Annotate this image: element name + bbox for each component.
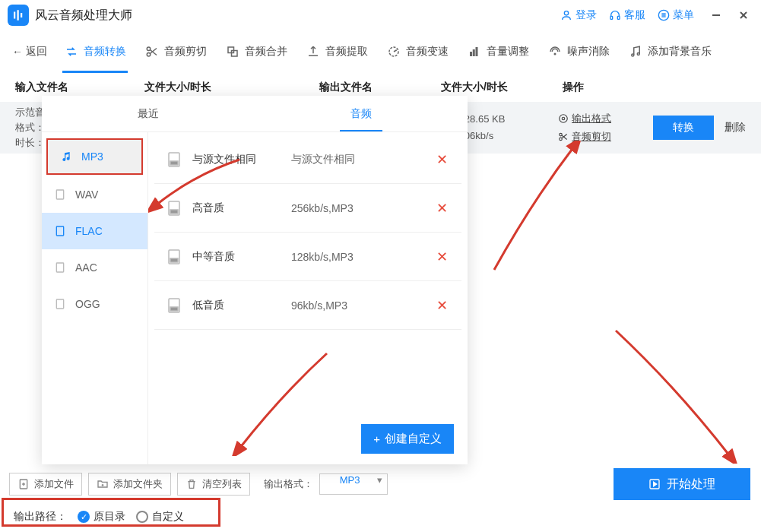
svg-rect-1 bbox=[17, 10, 19, 21]
svg-rect-32 bbox=[56, 190, 63, 199]
tab-volume-adjust[interactable]: 音量调整 bbox=[458, 38, 538, 65]
delete-link[interactable]: 删除 bbox=[725, 121, 746, 135]
col-actions: 操作 bbox=[563, 81, 639, 94]
svg-point-29 bbox=[560, 138, 563, 141]
radio-checked-icon bbox=[78, 511, 90, 523]
clear-list-button[interactable]: 清空列表 bbox=[177, 473, 250, 496]
remove-icon[interactable]: ✕ bbox=[432, 151, 452, 168]
user-icon bbox=[560, 9, 572, 21]
dropdown-tab-recent[interactable]: 最近 bbox=[42, 96, 255, 131]
remove-icon[interactable]: ✕ bbox=[432, 249, 452, 265]
tab-add-bgm[interactable]: 添加背景音乐 bbox=[619, 38, 721, 65]
svg-point-27 bbox=[562, 117, 565, 120]
trash-icon bbox=[185, 478, 198, 490]
tab-audio-extract[interactable]: 音频提取 bbox=[296, 38, 377, 65]
tab-audio-merge[interactable]: 音频合并 bbox=[216, 38, 296, 65]
remove-icon[interactable]: ✕ bbox=[432, 297, 452, 314]
sidebar-item-wav[interactable]: WAV bbox=[42, 176, 147, 213]
music-icon bbox=[628, 44, 643, 59]
app-title: 风云音频处理大师 bbox=[35, 8, 556, 24]
svg-rect-41 bbox=[170, 258, 178, 262]
tab-audio-speed[interactable]: 音频变速 bbox=[377, 38, 458, 65]
svg-rect-35 bbox=[56, 299, 63, 309]
tab-audio-convert[interactable]: 音频转换 bbox=[55, 38, 135, 65]
quality-item-low[interactable]: 低音质 96kb/s,MP3 ✕ bbox=[154, 281, 461, 330]
svg-rect-20 bbox=[471, 52, 472, 55]
radio-original-dir[interactable]: 原目录 bbox=[78, 510, 125, 524]
svg-rect-37 bbox=[170, 161, 178, 165]
annotation-arrow bbox=[608, 327, 737, 464]
quality-item-medium[interactable]: 中等音质 128kb/s,MP3 ✕ bbox=[154, 233, 461, 281]
support-link[interactable]: 客服 bbox=[604, 5, 650, 25]
output-format-link[interactable]: 输出格式 bbox=[558, 112, 653, 125]
svg-rect-33 bbox=[56, 226, 63, 236]
convert-icon bbox=[64, 44, 79, 59]
svg-point-25 bbox=[637, 52, 639, 55]
quality-item-same[interactable]: 与源文件相同 与源文件相同 ✕ bbox=[154, 135, 461, 184]
tab-audio-trim[interactable]: 音频剪切 bbox=[135, 38, 216, 65]
col-output-filename: 输出文件名 bbox=[319, 81, 441, 94]
convert-button[interactable]: 转换 bbox=[653, 116, 714, 140]
back-button[interactable]: ← 返回 bbox=[5, 40, 55, 63]
noise-icon bbox=[547, 44, 563, 59]
menu-list-icon bbox=[658, 9, 670, 21]
scissors-small-icon bbox=[558, 131, 569, 142]
login-link[interactable]: 登录 bbox=[556, 5, 601, 25]
svg-point-23 bbox=[554, 53, 556, 55]
target-icon bbox=[558, 113, 569, 124]
source-file-icon bbox=[163, 149, 185, 170]
output-format-select[interactable]: MP3 bbox=[319, 473, 388, 495]
source-file-icon bbox=[163, 246, 185, 268]
create-custom-button[interactable]: + 创建自定义 bbox=[361, 424, 454, 454]
music-note-icon bbox=[59, 149, 74, 164]
svg-point-26 bbox=[560, 115, 568, 123]
sidebar-item-aac[interactable]: AAC bbox=[42, 249, 147, 286]
tab-noise-remove[interactable]: 噪声消除 bbox=[538, 38, 619, 65]
play-icon bbox=[648, 478, 661, 490]
merge-icon bbox=[225, 44, 240, 59]
file-flac-icon bbox=[52, 223, 68, 239]
speed-icon bbox=[386, 44, 401, 59]
output-path-label: 输出路径： bbox=[14, 510, 67, 524]
svg-rect-2 bbox=[21, 13, 22, 17]
output-format-label: 输出格式： bbox=[264, 477, 313, 491]
source-file-icon bbox=[163, 295, 185, 316]
sidebar-item-flac[interactable]: FLAC bbox=[42, 213, 147, 249]
add-folder-button[interactable]: 添加文件夹 bbox=[88, 473, 171, 496]
sidebar-item-mp3[interactable]: MP3 bbox=[46, 138, 143, 175]
start-process-button[interactable]: 开始处理 bbox=[614, 468, 750, 500]
sidebar-item-ogg[interactable]: OGG bbox=[42, 286, 147, 322]
col-input-filename: 输入文件名 bbox=[15, 81, 144, 94]
source-file-icon bbox=[163, 198, 185, 219]
quality-item-high[interactable]: 高音质 256kb/s,MP3 ✕ bbox=[154, 184, 461, 233]
radio-custom-dir[interactable]: 自定义 bbox=[136, 510, 184, 524]
remove-icon[interactable]: ✕ bbox=[432, 200, 452, 217]
folder-plus-icon bbox=[97, 478, 109, 490]
file-wav-icon bbox=[52, 187, 68, 202]
svg-rect-5 bbox=[617, 16, 620, 19]
headset-icon bbox=[609, 9, 621, 21]
close-button[interactable] bbox=[734, 5, 753, 25]
svg-point-24 bbox=[632, 54, 634, 56]
svg-point-28 bbox=[560, 133, 563, 136]
add-file-button[interactable]: 添加文件 bbox=[9, 473, 82, 496]
svg-point-14 bbox=[147, 52, 151, 56]
svg-rect-43 bbox=[170, 307, 178, 311]
svg-rect-21 bbox=[474, 49, 475, 55]
plus-icon: + bbox=[373, 432, 380, 445]
main-tabbar: ← 返回 音频转换 音频剪切 音频合并 音频提取 音频变速 音量调整 噪声消除 … bbox=[0, 30, 761, 73]
file-plus-icon bbox=[17, 478, 30, 490]
col-input-size: 文件大小/时长 bbox=[144, 81, 319, 94]
title-bar: 风云音频处理大师 登录 客服 菜单 bbox=[0, 0, 761, 30]
audio-trim-link[interactable]: 音频剪切 bbox=[558, 130, 653, 144]
scissors-icon bbox=[144, 44, 160, 59]
quality-list: 与源文件相同 与源文件相同 ✕ 高音质 256kb/s,MP3 ✕ 中等音质 1… bbox=[148, 132, 468, 464]
radio-unchecked-icon bbox=[136, 511, 148, 523]
minimize-button[interactable] bbox=[706, 5, 726, 25]
svg-point-3 bbox=[564, 11, 568, 15]
dropdown-tab-audio[interactable]: 音频 bbox=[255, 96, 468, 131]
menu-link[interactable]: 菜单 bbox=[653, 5, 699, 25]
file-aac-icon bbox=[52, 260, 68, 275]
svg-rect-0 bbox=[14, 12, 15, 19]
app-logo-icon bbox=[8, 5, 29, 26]
